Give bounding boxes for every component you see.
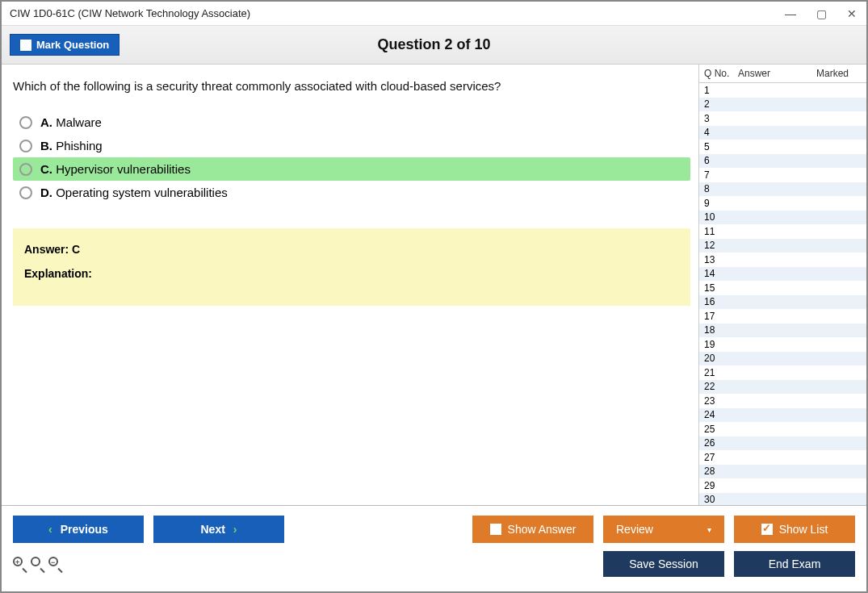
side-row[interactable]: 16	[699, 295, 866, 310]
side-qno: 22	[704, 381, 738, 392]
choice-row-B[interactable]: B. Phishing	[13, 134, 690, 157]
window-controls: — ▢ ✕	[784, 7, 858, 20]
side-row[interactable]: 17	[699, 309, 866, 324]
footer: ‹ Previous Next › Show Answer Review ▾ S…	[2, 505, 866, 590]
side-qno: 17	[704, 311, 738, 322]
choice-letter: B.	[40, 139, 52, 152]
zoom-reset-icon[interactable]	[31, 557, 45, 571]
explanation-label: Explanation:	[24, 267, 679, 280]
review-button[interactable]: Review ▾	[603, 516, 724, 543]
side-row[interactable]: 28	[699, 465, 866, 479]
side-qno: 24	[704, 409, 738, 420]
side-list[interactable]: 1234567891011121314151617181920212223242…	[699, 83, 866, 505]
side-row[interactable]: 2	[699, 98, 866, 112]
side-panel: Q No. Answer Marked 12345678910111213141…	[698, 65, 866, 505]
next-button[interactable]: Next ›	[153, 516, 284, 543]
choice-row-D[interactable]: D. Operating system vulnerabilities	[13, 181, 690, 204]
save-session-button[interactable]: Save Session	[603, 551, 724, 577]
side-row[interactable]: 14	[699, 267, 866, 282]
side-qno: 19	[704, 339, 738, 350]
show-list-label: Show List	[779, 523, 828, 536]
side-row[interactable]: 8	[699, 182, 866, 197]
side-row[interactable]: 9	[699, 196, 866, 211]
choice-text: Operating system vulnerabilities	[56, 186, 228, 199]
previous-button[interactable]: ‹ Previous	[13, 516, 144, 543]
side-qno: 5	[704, 141, 738, 152]
minimize-button[interactable]: —	[784, 7, 797, 20]
side-qno: 4	[704, 127, 738, 138]
mark-question-button[interactable]: Mark Question	[10, 34, 120, 56]
side-row[interactable]: 18	[699, 324, 866, 338]
side-row[interactable]: 29	[699, 478, 866, 493]
choice-row-A[interactable]: A. Malware	[13, 111, 690, 134]
side-row[interactable]: 5	[699, 140, 866, 154]
titlebar: CIW 1D0-61C (CIW Network Technology Asso…	[2, 2, 866, 26]
side-qno: 7	[704, 169, 738, 181]
choice-row-C[interactable]: C. Hypervisor vulnerabilities	[13, 157, 690, 181]
side-row[interactable]: 20	[699, 352, 866, 366]
side-qno: 27	[704, 452, 738, 463]
answer-label: Answer: C	[24, 243, 679, 256]
previous-label: Previous	[61, 523, 108, 536]
side-qno: 30	[704, 494, 738, 505]
side-row[interactable]: 26	[699, 436, 866, 451]
show-answer-label: Show Answer	[508, 523, 577, 536]
zoom-controls: + −	[13, 557, 63, 571]
zoom-out-icon[interactable]: −	[48, 557, 63, 571]
side-qno: 26	[704, 437, 738, 449]
close-button[interactable]: ✕	[845, 7, 858, 20]
side-qno: 28	[704, 466, 738, 477]
side-qno: 21	[704, 367, 738, 378]
body: Which of the following is a security thr…	[2, 65, 866, 505]
chevron-left-icon: ‹	[48, 523, 52, 536]
side-qno: 11	[704, 226, 738, 237]
radio-icon	[19, 186, 32, 199]
side-qno: 9	[704, 198, 738, 209]
side-qno: 20	[704, 353, 738, 364]
side-row[interactable]: 24	[699, 408, 866, 423]
next-label: Next	[200, 523, 224, 536]
side-row[interactable]: 23	[699, 394, 866, 408]
mark-question-label: Mark Question	[36, 39, 109, 51]
radio-icon	[19, 116, 32, 129]
end-exam-button[interactable]: End Exam	[734, 551, 855, 577]
side-row[interactable]: 21	[699, 365, 866, 380]
show-answer-button[interactable]: Show Answer	[472, 516, 593, 543]
choice-text: Phishing	[56, 139, 103, 152]
maximize-button[interactable]: ▢	[815, 7, 828, 20]
side-row[interactable]: 7	[699, 168, 866, 182]
side-row[interactable]: 11	[699, 224, 866, 239]
side-qno: 3	[704, 113, 738, 124]
window-title: CIW 1D0-61C (CIW Network Technology Asso…	[10, 7, 250, 19]
side-qno: 2	[704, 98, 738, 110]
side-row[interactable]: 1	[699, 83, 866, 98]
col-marked-header: Marked	[816, 68, 865, 79]
side-qno: 29	[704, 480, 738, 491]
side-row[interactable]: 25	[699, 422, 866, 436]
side-qno: 23	[704, 395, 738, 407]
side-row[interactable]: 19	[699, 337, 866, 352]
side-qno: 14	[704, 268, 738, 279]
side-row[interactable]: 22	[699, 380, 866, 395]
checkbox-icon	[20, 40, 31, 51]
header: Mark Question Question 2 of 10	[2, 26, 866, 65]
side-qno: 8	[704, 183, 738, 194]
show-list-button[interactable]: Show List	[734, 516, 855, 543]
side-row[interactable]: 27	[699, 450, 866, 465]
chevron-right-icon: ›	[233, 523, 237, 536]
side-row[interactable]: 30	[699, 493, 866, 506]
question-counter: Question 2 of 10	[2, 36, 866, 53]
side-row[interactable]: 15	[699, 281, 866, 295]
side-header: Q No. Answer Marked	[699, 65, 866, 83]
review-label: Review	[616, 523, 653, 536]
radio-icon	[19, 163, 32, 176]
main-panel: Which of the following is a security thr…	[2, 65, 698, 505]
side-row[interactable]: 13	[699, 253, 866, 267]
side-row[interactable]: 3	[699, 111, 866, 126]
side-row[interactable]: 10	[699, 211, 866, 225]
zoom-in-icon[interactable]: +	[13, 557, 27, 571]
side-row[interactable]: 12	[699, 239, 866, 253]
side-row[interactable]: 4	[699, 126, 866, 140]
side-row[interactable]: 6	[699, 154, 866, 169]
side-qno: 13	[704, 254, 738, 265]
